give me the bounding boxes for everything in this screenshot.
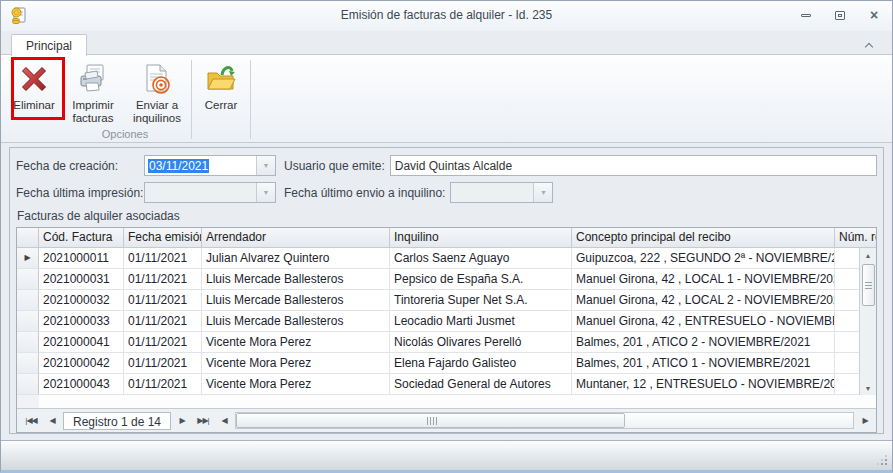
cell-cod-factura[interactable]: 2021000011	[39, 248, 124, 269]
table-row[interactable]: 2021000032 01/11/2021 Lluis Mercade Ball…	[17, 290, 876, 311]
horizontal-scrollbar-thumb[interactable]	[236, 413, 625, 428]
cell-cod-factura[interactable]: 2021000032	[39, 290, 124, 311]
previous-record-button[interactable]: ◀	[43, 416, 61, 425]
scroll-right-icon: ▶	[862, 416, 867, 425]
row-indicator[interactable]	[17, 332, 39, 353]
previous-record-icon: ◀	[49, 416, 54, 425]
cell-inquilino[interactable]: Elena Fajardo Galisteo	[390, 353, 572, 374]
row-indicator[interactable]	[17, 374, 39, 395]
table-row[interactable]: ▶ 2021000011 01/11/2021 Julian Alvarez Q…	[17, 248, 876, 269]
group-caption-spacer	[194, 125, 248, 142]
cerrar-button[interactable]: Cerrar	[194, 57, 248, 114]
row-indicator[interactable]	[17, 290, 39, 311]
cell-arrendador[interactable]: Lluis Mercade Ballesteros	[202, 269, 390, 290]
usuario-emite-field[interactable]: David Quintas Alcalde	[390, 155, 877, 176]
cell-inquilino[interactable]: Sociedad General de Autores	[390, 374, 572, 395]
row-indicator[interactable]	[17, 311, 39, 332]
row-indicator[interactable]	[17, 269, 39, 290]
first-record-button[interactable]: |◀◀	[19, 416, 43, 425]
table-row[interactable]: 2021000031 01/11/2021 Lluis Mercade Ball…	[17, 269, 876, 290]
cell-cod-factura[interactable]: 2021000031	[39, 269, 124, 290]
horizontal-scrollbar-track[interactable]	[235, 412, 854, 429]
fecha-creacion-dropdown-button[interactable]: ▼	[256, 156, 275, 175]
header-arrendador[interactable]: Arrendador	[202, 228, 390, 248]
scroll-left-icon: ◀	[221, 416, 226, 425]
cell-cod-factura[interactable]: 2021000042	[39, 353, 124, 374]
cell-concepto[interactable]: Balmes, 201 , ATICO 2 - NOVIEMBRE/2021	[572, 332, 835, 353]
restore-icon	[835, 11, 845, 20]
vertical-scrollbar-thumb[interactable]	[862, 264, 875, 306]
fecha-ultimo-envio-dropdown-button[interactable]: ▼	[533, 183, 552, 202]
cell-inquilino[interactable]: Tintoreria Super Net S.A.	[390, 290, 572, 311]
enviar-a-inquilinos-label: Enviar a inquilinos	[129, 99, 185, 125]
cell-arrendador[interactable]: Julian Alvarez Quintero	[202, 248, 390, 269]
fecha-ultima-impresion-combo[interactable]: ▼	[144, 182, 276, 203]
chevron-up-icon	[865, 43, 873, 51]
header-num-recibos[interactable]: Núm. re	[835, 228, 876, 248]
cell-fecha-emision[interactable]: 01/11/2021	[124, 290, 202, 311]
next-record-button[interactable]: ▶	[173, 416, 191, 425]
header-cod-factura[interactable]: Cód. Factura	[39, 228, 124, 248]
cell-arrendador[interactable]: Vicente Mora Perez	[202, 374, 390, 395]
cell-arrendador[interactable]: Vicente Mora Perez	[202, 353, 390, 374]
ribbon-collapse-button[interactable]	[866, 39, 878, 51]
last-record-button[interactable]: ▶▶|	[191, 416, 215, 425]
cell-fecha-emision[interactable]: 01/11/2021	[124, 248, 202, 269]
cell-arrendador[interactable]: Vicente Mora Perez	[202, 332, 390, 353]
chevron-down-icon: ▼	[263, 189, 270, 196]
header-inquilino[interactable]: Inquilino	[390, 228, 572, 248]
fecha-ultimo-envio-combo[interactable]: ▼	[450, 182, 553, 203]
scroll-down-icon: ▼	[865, 385, 872, 392]
vertical-scrollbar[interactable]: ▲ ▼	[859, 248, 876, 395]
cell-concepto[interactable]: Guipuzcoa, 222 , SEGUNDO 2ª - NOVIEMBRE/…	[572, 248, 835, 269]
ribbon-divider	[250, 60, 251, 139]
eliminar-button[interactable]: Eliminar	[7, 57, 61, 114]
cell-arrendador[interactable]: Lluis Mercade Ballesteros	[202, 290, 390, 311]
cell-inquilino[interactable]: Nicolás Olivares Perelló	[390, 332, 572, 353]
cell-concepto[interactable]: Balmes, 201 , ATICO 1 - NOVIEMBRE/2021	[572, 353, 835, 374]
close-button[interactable]: ×	[866, 7, 882, 23]
cell-fecha-emision[interactable]: 01/11/2021	[124, 269, 202, 290]
tab-principal[interactable]: Principal	[11, 34, 87, 56]
resize-grip[interactable]	[877, 455, 887, 465]
minimize-button[interactable]	[798, 7, 814, 23]
first-record-icon: |◀◀	[25, 416, 36, 425]
folder-exit-icon	[205, 63, 237, 95]
grid-body: ▶ 2021000011 01/11/2021 Julian Alvarez Q…	[17, 248, 876, 395]
table-row[interactable]: 2021000042 01/11/2021 Vicente Mora Perez…	[17, 353, 876, 374]
table-row[interactable]: 2021000041 01/11/2021 Vicente Mora Perez…	[17, 332, 876, 353]
restore-button[interactable]	[832, 7, 848, 23]
cell-concepto[interactable]: Manuel Girona, 42 , LOCAL 2 - NOVIEMBRE/…	[572, 290, 835, 311]
cell-inquilino[interactable]: Carlos Saenz Aguayo	[390, 248, 572, 269]
cell-fecha-emision[interactable]: 01/11/2021	[124, 353, 202, 374]
cell-fecha-emision[interactable]: 01/11/2021	[124, 374, 202, 395]
cell-concepto[interactable]: Manuel Girona, 42 , ENTRESUELO - NOVIEMB…	[572, 311, 835, 332]
cell-inquilino[interactable]: Leocadio Marti Jusmet	[390, 311, 572, 332]
row-indicator[interactable]	[17, 353, 39, 374]
cell-fecha-emision[interactable]: 01/11/2021	[124, 332, 202, 353]
table-row[interactable]: 2021000033 01/11/2021 Lluis Mercade Ball…	[17, 311, 876, 332]
cell-concepto[interactable]: Manuel Girona, 42 , LOCAL 1 - NOVIEMBRE/…	[572, 269, 835, 290]
cell-fecha-emision[interactable]: 01/11/2021	[124, 311, 202, 332]
fecha-creacion-combo[interactable]: 03/11/2021 ▼	[144, 155, 276, 176]
scroll-down-button[interactable]: ▼	[860, 381, 876, 395]
cell-cod-factura[interactable]: 2021000041	[39, 332, 124, 353]
fecha-creacion-value: 03/11/2021	[145, 156, 256, 175]
scroll-up-button[interactable]: ▲	[860, 248, 876, 262]
cell-arrendador[interactable]: Lluis Mercade Ballesteros	[202, 311, 390, 332]
cell-inquilino[interactable]: Pepsico de España S.A.	[390, 269, 572, 290]
scroll-left-button[interactable]: ◀	[215, 416, 233, 425]
cell-cod-factura[interactable]: 2021000033	[39, 311, 124, 332]
enviar-a-inquilinos-button[interactable]: Enviar a inquilinos	[125, 57, 189, 127]
row-indicator[interactable]: ▶	[17, 248, 39, 269]
table-row[interactable]: 2021000043 01/11/2021 Vicente Mora Perez…	[17, 374, 876, 395]
header-fecha-emision[interactable]: Fecha emisión	[124, 228, 202, 248]
scroll-right-button[interactable]: ▶	[856, 416, 874, 425]
header-concepto[interactable]: Concepto principal del recibo	[572, 228, 835, 248]
fecha-ultima-impresion-dropdown-button[interactable]: ▼	[256, 183, 275, 202]
grid-empty-area	[17, 395, 876, 408]
imprimir-facturas-button[interactable]: Imprimir facturas	[61, 57, 125, 127]
cell-cod-factura[interactable]: 2021000043	[39, 374, 124, 395]
cell-concepto[interactable]: Muntaner, 12 , ENTRESUELO - NOVIEMBRE/20…	[572, 374, 835, 395]
thumb-grip-icon	[430, 417, 431, 425]
